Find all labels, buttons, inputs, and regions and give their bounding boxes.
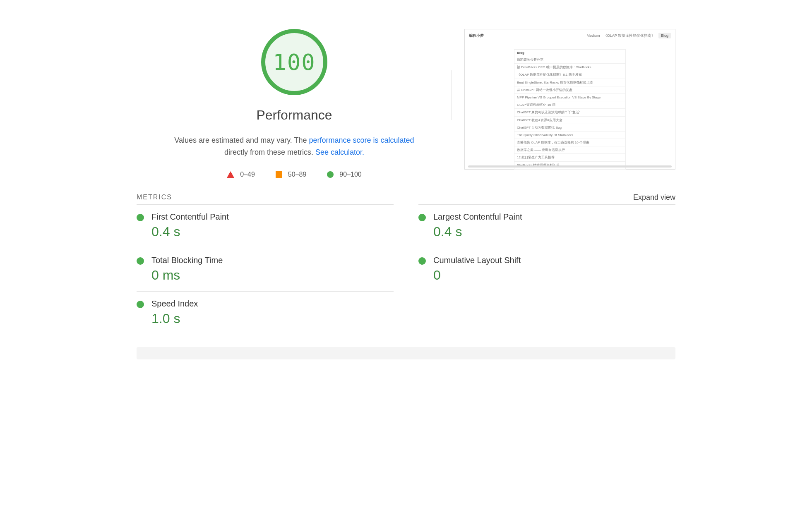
thumb-body: Blog 康凯森的公开分享被 DataBricks CEO 唯一提及的数据库：S…: [469, 41, 671, 170]
thumb-list-item: OLAP 查询性能优化 10 问: [514, 101, 625, 109]
gauge-score: 100: [273, 49, 316, 75]
metrics-header: METRICS Expand view: [137, 191, 675, 204]
thumb-list-item: 被 DataBricks CEO 唯一提及的数据库：StarRocks: [514, 64, 625, 71]
metric-cell[interactable]: Speed Index1.0 s: [137, 291, 394, 335]
score-panel: 100 Performance Values are estimated and…: [137, 12, 452, 178]
triangle-red-icon: [227, 171, 234, 178]
thumb-scrollbar: [468, 165, 672, 168]
metrics-title: METRICS: [137, 194, 172, 201]
metric-text: Cumulative Layout Shift0: [433, 256, 521, 283]
metric-label: Total Blocking Time: [151, 256, 223, 265]
thumb-nav-book: 《OLAP 数据库性能优化指南》: [603, 33, 655, 38]
thumb-list-item: 12 款日常生产力工具推荐: [514, 154, 625, 161]
square-orange-icon: [276, 171, 282, 178]
thumb-list-item: 从 ChatGPT 网站一次慢小开悟的复盘: [514, 86, 625, 94]
thumb-list-item: 康凯森的公开分享: [514, 56, 625, 64]
circle-green-icon: [137, 257, 144, 265]
thumb-list-item: The Query Observability Of StarRocks: [514, 132, 625, 139]
thumb-list-item: 数据库之美 —— 查询自适应执行: [514, 146, 625, 154]
page-screenshot-thumbnail: 编程小梦 Medium 《OLAP 数据库性能优化指南》 Blog Blog 康…: [464, 29, 675, 170]
metric-label: First Contentful Paint: [151, 212, 229, 222]
performance-description: Values are estimated and may vary. The p…: [170, 134, 418, 158]
metric-label: Speed Index: [151, 299, 198, 309]
circle-green-icon: [327, 171, 334, 178]
metrics-grid: First Contentful Paint0.4 sLargest Conte…: [137, 204, 675, 335]
thumb-nav-medium: Medium: [587, 34, 600, 38]
metric-value: 0.4 s: [433, 224, 522, 239]
metric-text: Total Blocking Time0 ms: [151, 256, 223, 283]
metric-text: Speed Index1.0 s: [151, 299, 198, 326]
circle-green-icon: [137, 301, 144, 308]
report-container: 100 Performance Values are estimated and…: [124, 0, 688, 359]
legend-fail: 0–49: [227, 171, 255, 178]
metric-value: 0 ms: [151, 268, 223, 283]
score-legend: 0–49 50–89 90–100: [227, 171, 361, 178]
desc-middle: directly from these metrics.: [224, 148, 315, 156]
thumb-list-item: 《OLAP 数据库性能优化指南》0.1 版本发布: [514, 71, 625, 79]
thumb-list-item: MPP Pipeline VS Grouped Execution VS Sta…: [514, 94, 625, 101]
thumb-nav: Medium 《OLAP 数据库性能优化指南》 Blog: [587, 33, 671, 38]
metric-value: 0: [433, 268, 521, 283]
performance-gauge: 100: [261, 29, 327, 95]
metric-cell[interactable]: First Contentful Paint0.4 s: [137, 204, 394, 248]
circle-green-icon: [137, 214, 144, 221]
thumb-list-item: Beat SingleStore, StarRocks 数百亿数据毫秒级点查: [514, 79, 625, 86]
bottom-area: [137, 347, 675, 359]
thumb-list-item: ChatGPT 真的可以让流浪地球的丫丫"复活": [514, 109, 625, 116]
thumb-list-item: ChatGPT 自动为数据库找 Bug: [514, 124, 625, 132]
legend-fail-label: 0–49: [240, 171, 255, 178]
metric-label: Cumulative Layout Shift: [433, 256, 521, 265]
screenshot-panel: 编程小梦 Medium 《OLAP 数据库性能优化指南》 Blog Blog 康…: [464, 12, 675, 170]
legend-average-label: 50–89: [288, 171, 307, 178]
thumb-list-item: 直播预告 OLAP 数据库，你自该选择的 10 个理由: [514, 139, 625, 146]
legend-average: 50–89: [276, 171, 307, 178]
metric-cell[interactable]: Cumulative Layout Shift0: [418, 248, 675, 291]
metric-text: First Contentful Paint0.4 s: [151, 212, 229, 239]
performance-title: Performance: [256, 108, 332, 123]
top-row: 100 Performance Values are estimated and…: [137, 12, 675, 178]
expand-view-button[interactable]: Expand view: [633, 193, 675, 202]
legend-pass-label: 90–100: [339, 171, 361, 178]
metric-value: 1.0 s: [151, 311, 198, 326]
thumb-brand: 编程小梦: [469, 33, 484, 38]
circle-green-icon: [418, 214, 426, 221]
circle-green-icon: [418, 257, 426, 265]
see-calculator-link[interactable]: See calculator.: [315, 148, 364, 156]
metric-cell[interactable]: Largest Contentful Paint0.4 s: [418, 204, 675, 248]
score-calculated-link[interactable]: performance score is calculated: [309, 136, 414, 144]
metric-value: 0.4 s: [151, 224, 229, 239]
metric-text: Largest Contentful Paint0.4 s: [433, 212, 522, 239]
thumb-list: Blog 康凯森的公开分享被 DataBricks CEO 唯一提及的数据库：S…: [514, 49, 626, 170]
legend-pass: 90–100: [327, 171, 361, 178]
desc-prefix: Values are estimated and may vary. The: [174, 136, 309, 144]
thumb-header: 编程小梦 Medium 《OLAP 数据库性能优化指南》 Blog: [469, 33, 671, 41]
thumb-list-item: ChatGPT 教程&资源&应用大全: [514, 117, 625, 124]
metric-label: Largest Contentful Paint: [433, 212, 522, 222]
metric-cell[interactable]: Total Blocking Time0 ms: [137, 248, 394, 291]
thumb-list-title: Blog: [514, 50, 625, 56]
thumb-nav-blog: Blog: [658, 33, 671, 38]
